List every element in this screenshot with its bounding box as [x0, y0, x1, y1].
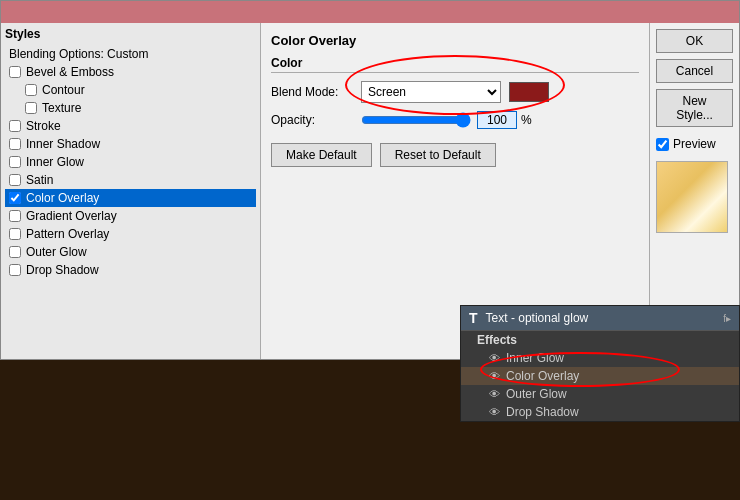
opacity-label: Opacity: [271, 113, 361, 127]
texture-item[interactable]: Texture [5, 99, 256, 117]
outer-glow-item[interactable]: Outer Glow [5, 243, 256, 261]
cancel-button[interactable]: Cancel [656, 59, 733, 83]
color-overlay-label: Color Overlay [506, 369, 579, 383]
pattern-overlay-item[interactable]: Pattern Overlay [5, 225, 256, 243]
fx-arrow-icon: f▸ [723, 313, 731, 324]
contour-item[interactable]: Contour [5, 81, 256, 99]
eye-icon-inner-glow: 👁 [489, 352, 500, 364]
styles-title: Styles [5, 27, 256, 41]
drop-shadow-label: Drop Shadow [506, 405, 579, 419]
color-overlay-checkbox[interactable] [9, 192, 21, 204]
satin-checkbox[interactable] [9, 174, 21, 186]
texture-checkbox[interactable] [25, 102, 37, 114]
opacity-input[interactable] [477, 111, 517, 129]
bevel-emboss-checkbox[interactable] [9, 66, 21, 78]
buttons-row: Make Default Reset to Default [271, 143, 639, 167]
gradient-overlay-checkbox[interactable] [9, 210, 21, 222]
drop-shadow-checkbox[interactable] [9, 264, 21, 276]
color-swatch[interactable] [509, 82, 549, 102]
contour-checkbox[interactable] [25, 84, 37, 96]
layer-row[interactable]: T Text - optional glow f▸ [461, 306, 739, 331]
blending-options-item[interactable]: Blending Options: Custom [5, 45, 256, 63]
blend-mode-select[interactable]: Screen Normal Multiply Overlay [361, 81, 501, 103]
ok-button[interactable]: OK [656, 29, 733, 53]
layer-name: Text - optional glow [486, 311, 724, 325]
eye-icon-outer-glow: 👁 [489, 388, 500, 400]
inner-glow-checkbox[interactable] [9, 156, 21, 168]
eye-icon-color-overlay: 👁 [489, 370, 500, 382]
inner-shadow-item[interactable]: Inner Shadow [5, 135, 256, 153]
preview-checkbox-row: Preview [656, 137, 733, 151]
color-overlay-effect[interactable]: 👁 Color Overlay [461, 367, 739, 385]
gradient-overlay-item[interactable]: Gradient Overlay [5, 207, 256, 225]
subsection-title: Color [271, 56, 639, 73]
inner-shadow-checkbox[interactable] [9, 138, 21, 150]
preview-checkbox[interactable] [656, 138, 669, 151]
outer-glow-label: Outer Glow [506, 387, 567, 401]
reset-to-default-button[interactable]: Reset to Default [380, 143, 496, 167]
styles-panel: Styles Blending Options: Custom Bevel & … [1, 23, 261, 359]
inner-glow-effect[interactable]: 👁 Inner Glow [461, 349, 739, 367]
opacity-row: Opacity: % [271, 111, 639, 129]
section-title: Color Overlay [271, 33, 639, 48]
new-style-button[interactable]: New Style... [656, 89, 733, 127]
layers-panel: T Text - optional glow f▸ Effects 👁 Inne… [460, 305, 740, 422]
effects-label: Effects [477, 333, 517, 347]
stroke-checkbox[interactable] [9, 120, 21, 132]
effects-title: Effects [461, 331, 739, 349]
preview-label: Preview [673, 137, 716, 151]
opacity-slider[interactable] [361, 112, 471, 128]
satin-item[interactable]: Satin [5, 171, 256, 189]
percent-label: % [521, 113, 532, 127]
pattern-overlay-checkbox[interactable] [9, 228, 21, 240]
eye-icon-drop-shadow: 👁 [489, 406, 500, 418]
make-default-button[interactable]: Make Default [271, 143, 372, 167]
dialog-titlebar [1, 1, 739, 23]
inner-glow-label: Inner Glow [506, 351, 564, 365]
blend-mode-row: Blend Mode: Screen Normal Multiply Overl… [271, 81, 639, 103]
bevel-emboss-item[interactable]: Bevel & Emboss [5, 63, 256, 81]
color-overlay-item[interactable]: Color Overlay [5, 189, 256, 207]
text-layer-icon: T [469, 310, 478, 326]
stroke-item[interactable]: Stroke [5, 117, 256, 135]
drop-shadow-effect[interactable]: 👁 Drop Shadow [461, 403, 739, 421]
outer-glow-checkbox[interactable] [9, 246, 21, 258]
blend-mode-label: Blend Mode: [271, 85, 361, 99]
outer-glow-effect[interactable]: 👁 Outer Glow [461, 385, 739, 403]
drop-shadow-item[interactable]: Drop Shadow [5, 261, 256, 279]
inner-glow-item[interactable]: Inner Glow [5, 153, 256, 171]
preview-box [656, 161, 728, 233]
